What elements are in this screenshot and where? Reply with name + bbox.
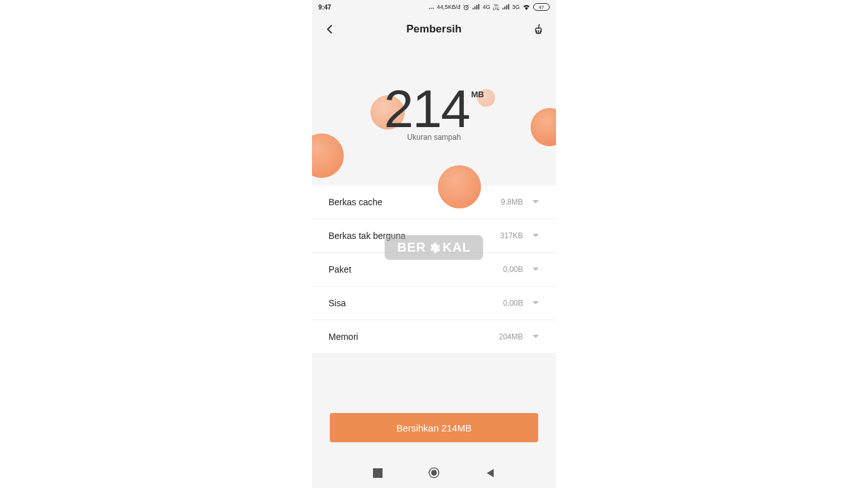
decor-bubble bbox=[438, 165, 481, 208]
junk-size-unit: MB bbox=[471, 90, 484, 99]
row-size: 317KB bbox=[500, 231, 523, 240]
cleanup-settings-button[interactable] bbox=[532, 23, 545, 36]
chevron-down-icon bbox=[532, 199, 539, 205]
row-label: Paket bbox=[329, 264, 503, 274]
row-size: 0,00B bbox=[503, 299, 523, 308]
row-residual[interactable]: Sisa 0,00B bbox=[312, 287, 556, 320]
alarm-icon bbox=[463, 4, 470, 11]
page-title: Pembersih bbox=[407, 23, 462, 36]
signal-4g-icon bbox=[472, 4, 480, 10]
row-label: Memori bbox=[329, 332, 499, 342]
back-button[interactable] bbox=[323, 23, 336, 36]
row-label: Berkas tak berguna bbox=[329, 231, 500, 241]
row-size: 9,8MB bbox=[501, 198, 523, 207]
back-nav-button[interactable] bbox=[485, 468, 495, 478]
row-size: 0,00B bbox=[503, 265, 523, 274]
wifi-icon bbox=[522, 4, 531, 10]
status-bar: 9:47 44,5KB/d 4G VoLTE 3G bbox=[312, 0, 556, 14]
status-time: 9:47 bbox=[318, 4, 331, 11]
lte-icon: VoLTE bbox=[492, 3, 499, 11]
home-button[interactable] bbox=[428, 467, 440, 478]
status-indicators: 44,5KB/d 4G VoLTE 3G 47 bbox=[428, 3, 550, 11]
status-data-rate: 44,5KB/d bbox=[437, 4, 460, 10]
svg-rect-1 bbox=[373, 468, 383, 478]
row-packages[interactable]: Paket 0,00B bbox=[312, 253, 556, 287]
more-icon bbox=[428, 4, 434, 10]
titlebar: Pembersih bbox=[312, 14, 556, 44]
battery-icon: 47 bbox=[533, 3, 550, 11]
chevron-down-icon bbox=[532, 266, 539, 273]
recents-button[interactable] bbox=[373, 468, 383, 478]
chevron-down-icon bbox=[532, 334, 539, 340]
action-area: Bersihkan 214MB bbox=[312, 413, 556, 442]
row-size: 204MB bbox=[499, 332, 523, 341]
decor-bubble bbox=[312, 133, 344, 178]
hero: 214 MB Ukuran sampah bbox=[312, 38, 556, 186]
junk-size-value: 214 bbox=[384, 82, 469, 135]
system-navbar bbox=[312, 458, 556, 488]
category-list: Berkas cache 9,8MB Berkas tak berguna 31… bbox=[312, 186, 556, 354]
row-cache[interactable]: Berkas cache 9,8MB bbox=[312, 186, 556, 219]
chevron-down-icon bbox=[532, 300, 539, 306]
status-net-4g: 4G bbox=[482, 4, 490, 10]
clean-button[interactable]: Bersihkan 214MB bbox=[330, 413, 538, 442]
svg-point-3 bbox=[431, 470, 437, 476]
junk-size-label: Ukuran sampah bbox=[407, 133, 461, 142]
row-memory[interactable]: Memori 204MB bbox=[312, 320, 556, 354]
signal-3g-icon bbox=[502, 4, 510, 10]
row-obsolete[interactable]: Berkas tak berguna 317KB bbox=[312, 219, 556, 253]
status-net-3g: 3G bbox=[512, 4, 520, 10]
decor-bubble bbox=[531, 108, 556, 146]
row-label: Sisa bbox=[329, 298, 503, 308]
chevron-down-icon bbox=[532, 233, 539, 239]
phone-frame: 9:47 44,5KB/d 4G VoLTE 3G bbox=[312, 0, 556, 488]
